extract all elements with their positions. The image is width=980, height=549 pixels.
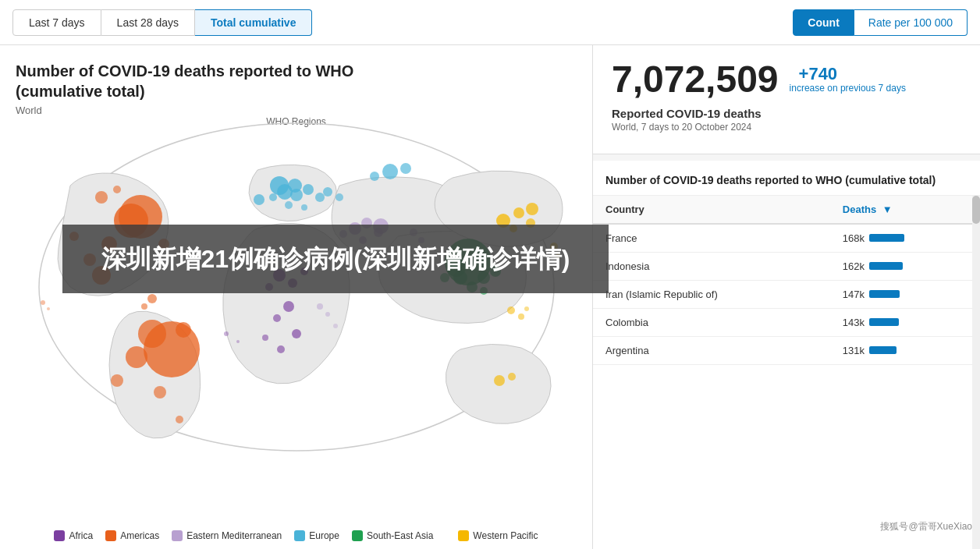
scrollbar-track[interactable] bbox=[972, 196, 980, 549]
stat-sublabel: World, 7 days to 20 October 2024 bbox=[612, 122, 961, 133]
deaths-value: 147k bbox=[843, 289, 865, 300]
table-row: Argentina 131k bbox=[593, 336, 980, 364]
svg-point-67 bbox=[236, 340, 240, 343]
legend-item-europe: Europe bbox=[294, 530, 339, 541]
svg-point-75 bbox=[524, 306, 529, 311]
main-layout: Number of COVID-19 deaths reported to WH… bbox=[0, 45, 980, 549]
svg-point-22 bbox=[315, 193, 325, 202]
svg-point-26 bbox=[270, 176, 289, 195]
svg-point-21 bbox=[303, 184, 314, 195]
col-deaths-label: Deaths bbox=[843, 204, 876, 215]
eastern-med-label: Eastern Mediterranean bbox=[186, 530, 282, 541]
svg-point-41 bbox=[277, 345, 285, 353]
deaths-table: Country Deaths ▼ France 168k Indo bbox=[593, 196, 980, 365]
svg-point-64 bbox=[41, 300, 45, 305]
deaths-value: 143k bbox=[843, 317, 865, 328]
svg-point-30 bbox=[370, 172, 379, 181]
americas-label: Americas bbox=[120, 530, 159, 541]
table-box: Number of COVID-19 deaths reported to WH… bbox=[593, 161, 980, 549]
svg-point-17 bbox=[154, 386, 166, 398]
deaths-bar bbox=[869, 262, 903, 270]
metric-tab-group: Count Rate per 100 000 bbox=[793, 9, 968, 36]
deaths-value: 131k bbox=[843, 345, 865, 356]
wp-label: Western Pacific bbox=[473, 530, 538, 541]
svg-point-15 bbox=[95, 191, 108, 204]
table-row: Indonesia 162k bbox=[593, 252, 980, 280]
col-deaths[interactable]: Deaths ▼ bbox=[830, 196, 980, 224]
cell-deaths: 162k bbox=[830, 252, 980, 280]
col-country: Country bbox=[593, 196, 830, 224]
cell-country: Iran (Islamic Republic of) bbox=[593, 280, 830, 308]
svg-point-13 bbox=[147, 294, 157, 303]
svg-point-23 bbox=[269, 193, 277, 201]
deaths-bar bbox=[869, 234, 904, 242]
cell-deaths: 147k bbox=[830, 280, 980, 308]
svg-point-10 bbox=[176, 322, 191, 338]
left-panel: Number of COVID-19 deaths reported to WH… bbox=[0, 45, 593, 549]
scrollbar-thumb[interactable] bbox=[972, 196, 980, 224]
svg-point-74 bbox=[518, 313, 524, 320]
stat-increase-label: increase on previous 7 days bbox=[790, 83, 906, 94]
map-title: Number of COVID-19 deaths reported to WH… bbox=[16, 61, 390, 101]
map-legend: Africa Americas Eastern Mediterranean Eu… bbox=[0, 530, 592, 541]
svg-point-29 bbox=[400, 163, 411, 174]
svg-point-68 bbox=[317, 303, 323, 310]
overlay-content: 深圳新增21例确诊病例(深圳新增确诊详情) bbox=[101, 245, 570, 273]
overlay-text: 深圳新增21例确诊病例(深圳新增确诊详情) bbox=[62, 225, 609, 293]
wp-legend-dot bbox=[458, 530, 469, 541]
tab-total-cumulative[interactable]: Total cumulative bbox=[195, 9, 312, 36]
sohu-watermark: 搜狐号@雷哥XueXiao bbox=[880, 520, 972, 533]
cell-deaths: 131k bbox=[830, 336, 980, 364]
stat-number: 7,072,509 bbox=[612, 58, 779, 101]
tab-last-28-days[interactable]: Last 28 days bbox=[101, 9, 195, 36]
svg-point-65 bbox=[47, 307, 50, 310]
africa-legend-dot bbox=[54, 530, 65, 541]
svg-point-18 bbox=[176, 416, 183, 423]
cell-deaths: 143k bbox=[830, 308, 980, 336]
table-scroll[interactable]: Country Deaths ▼ France 168k Indo bbox=[593, 196, 980, 549]
cell-country: Indonesia bbox=[593, 252, 830, 280]
tab-last-7-days[interactable]: Last 7 days bbox=[12, 9, 101, 36]
svg-point-24 bbox=[285, 201, 293, 209]
map-area bbox=[0, 108, 592, 487]
legend-item-sea: South-East Asia bbox=[352, 530, 433, 541]
table-row: France 168k bbox=[593, 224, 980, 253]
svg-point-32 bbox=[323, 187, 332, 197]
legend-item-eastern-med: Eastern Mediterranean bbox=[172, 530, 282, 541]
europe-label: Europe bbox=[309, 530, 339, 541]
svg-point-58 bbox=[513, 207, 524, 218]
cell-country: France bbox=[593, 224, 830, 253]
africa-label: Africa bbox=[69, 530, 93, 541]
svg-point-66 bbox=[224, 331, 229, 336]
stat-increase: +740 bbox=[799, 64, 838, 83]
svg-point-69 bbox=[325, 312, 330, 317]
table-title: Number of COVID-19 deaths reported to WH… bbox=[593, 161, 980, 196]
tab-bar: Last 7 days Last 28 days Total cumulativ… bbox=[0, 0, 980, 45]
table-row: Colombia 143k bbox=[593, 308, 980, 336]
sea-label: South-East Asia bbox=[367, 530, 433, 541]
right-panel: 7,072,509 +740 increase on previous 7 da… bbox=[593, 45, 980, 549]
svg-point-40 bbox=[292, 329, 301, 338]
svg-point-5 bbox=[126, 346, 147, 368]
cell-country: Argentina bbox=[593, 336, 830, 364]
svg-point-70 bbox=[333, 324, 338, 328]
svg-point-61 bbox=[526, 203, 538, 215]
metric-rate-button[interactable]: Rate per 100 000 bbox=[854, 9, 968, 36]
svg-point-39 bbox=[273, 314, 281, 322]
svg-point-27 bbox=[288, 179, 302, 193]
svg-point-62 bbox=[494, 375, 505, 386]
legend-item-western-pacific: Western Pacific bbox=[458, 530, 538, 541]
svg-point-4 bbox=[138, 320, 166, 348]
deaths-bar bbox=[869, 318, 899, 326]
svg-point-11 bbox=[111, 374, 123, 387]
metric-count-button[interactable]: Count bbox=[793, 9, 854, 36]
svg-point-63 bbox=[508, 373, 516, 381]
eastern-med-legend-dot bbox=[172, 530, 183, 541]
stats-box: 7,072,509 +740 increase on previous 7 da… bbox=[593, 45, 980, 154]
svg-point-42 bbox=[262, 335, 268, 341]
deaths-bar bbox=[869, 290, 900, 298]
sea-legend-dot bbox=[352, 530, 363, 541]
svg-point-73 bbox=[507, 306, 515, 314]
legend-item-americas: Americas bbox=[105, 530, 159, 541]
legend-item-africa: Africa bbox=[54, 530, 93, 541]
